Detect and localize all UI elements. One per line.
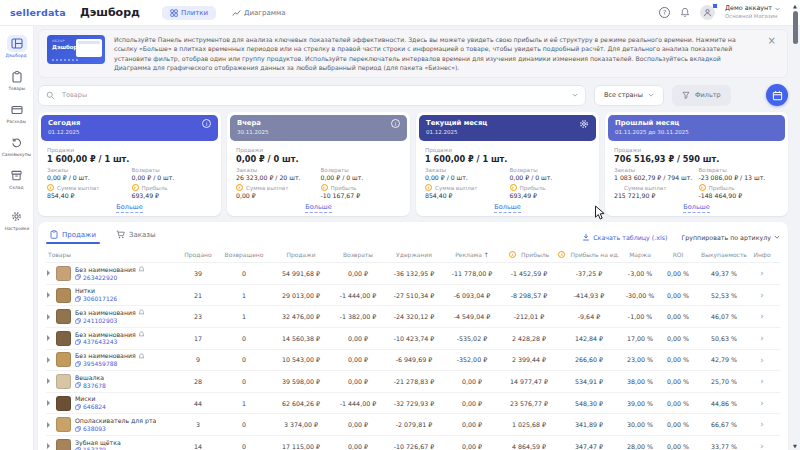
expand-caret-icon[interactable] xyxy=(47,270,50,276)
expand-caret-icon[interactable] xyxy=(47,443,50,449)
more-link[interactable]: Больше xyxy=(425,203,590,211)
table-row[interactable]: Без наименования 241102903 23 1 32 476,0… xyxy=(46,306,780,328)
country-select[interactable]: Все страны xyxy=(594,85,664,106)
sku-link[interactable]: 263422920 xyxy=(75,274,145,282)
col-profit-per-unit[interactable]: iПрибыль на ед. xyxy=(558,251,620,258)
chevron-down-icon xyxy=(774,235,780,239)
account-menu[interactable]: Демо аккаунт Основной Магазин xyxy=(725,5,780,19)
profit-info-icon[interactable]: i xyxy=(510,184,517,191)
sku-link[interactable]: 837678 xyxy=(75,382,106,390)
col-profit[interactable]: iПрибыль xyxy=(500,251,558,258)
sidebar-item-settings[interactable]: Настройки xyxy=(1,206,33,233)
col-roi[interactable]: ROI xyxy=(660,251,696,258)
col-products[interactable]: Товары xyxy=(46,251,178,258)
expand-caret-icon[interactable] xyxy=(47,357,50,363)
sku-link[interactable]: 241102903 xyxy=(75,317,145,325)
profit-info-icon[interactable]: i xyxy=(132,184,139,191)
scroll-up-icon[interactable]: ▲ xyxy=(793,3,797,9)
help-icon[interactable]: ? xyxy=(659,7,670,18)
profit-info-icon[interactable]: i xyxy=(321,184,328,191)
payout-value: 854,40 ₽ xyxy=(425,192,510,199)
avatar[interactable] xyxy=(700,5,715,20)
col-returns[interactable]: Возвраты xyxy=(332,251,384,258)
row-detail-chevron-icon[interactable]: › xyxy=(752,442,772,450)
table-row[interactable]: Без наименования 395459788 9 0 10 543,00… xyxy=(46,350,780,372)
sidebar-item-buybacks[interactable]: Самовыкупы xyxy=(1,132,33,159)
col-buyout[interactable]: Выкупаемость xyxy=(696,251,752,258)
table-row[interactable]: Без наименования 437643243 17 0 14 560,3… xyxy=(46,328,780,350)
row-detail-chevron-icon[interactable]: › xyxy=(752,356,772,365)
col-returned[interactable]: Возвращено xyxy=(218,251,270,258)
row-detail-chevron-icon[interactable]: › xyxy=(752,420,772,429)
payout-info-icon[interactable]: i xyxy=(236,184,243,191)
expand-caret-icon[interactable] xyxy=(47,422,50,428)
sku-link[interactable]: 306017126 xyxy=(75,295,117,303)
sku-link[interactable]: 638093 xyxy=(75,425,156,433)
card-info-icon[interactable]: i xyxy=(391,119,400,128)
expand-caret-icon[interactable] xyxy=(47,400,50,406)
sku-link[interactable]: 153779 xyxy=(75,446,121,450)
table-row[interactable]: Ополаскиватель для рта 638093 3 0 3 374,… xyxy=(46,414,780,436)
bell-icon[interactable] xyxy=(680,7,690,18)
sidebar-item-dashboard[interactable]: Дэшборд xyxy=(1,33,33,60)
more-link[interactable]: Больше xyxy=(47,203,212,211)
close-icon[interactable]: × xyxy=(765,35,779,47)
card-date: 01.12.2025 xyxy=(426,129,487,135)
expand-caret-icon[interactable] xyxy=(47,378,50,384)
row-detail-chevron-icon[interactable]: › xyxy=(752,377,772,386)
payout-info-icon[interactable]: i xyxy=(425,184,432,191)
table-row[interactable]: Нитки 306017126 21 1 29 013,00 ₽ -1 444,… xyxy=(46,285,780,307)
table-row[interactable]: Вешалка 837678 28 0 39 598,00 ₽ 0,00 ₽ -… xyxy=(46,371,780,393)
expand-caret-icon[interactable] xyxy=(47,335,50,341)
col-sales[interactable]: Продажи xyxy=(270,251,332,258)
col-sold[interactable]: Продано xyxy=(178,251,218,258)
download-xls-link[interactable]: Скачать таблицу (.xls) xyxy=(582,233,667,241)
buyout-value: 66,67 % xyxy=(696,421,752,428)
cart-icon xyxy=(116,230,125,239)
more-link[interactable]: Больше xyxy=(614,203,779,211)
tab-chart[interactable]: Диаграмма xyxy=(224,6,294,20)
product-search[interactable] xyxy=(38,85,586,106)
calendar-button[interactable] xyxy=(766,84,788,106)
roi-value: 0,00 % xyxy=(660,421,696,428)
group-by-select[interactable]: Группировать по артикулу xyxy=(681,234,780,241)
sidebar-item-products[interactable]: Товары xyxy=(1,66,33,93)
profit-info-icon[interactable]: i xyxy=(699,184,706,191)
sku-link[interactable]: 646824 xyxy=(75,403,106,411)
filter-button[interactable]: Фильтр xyxy=(672,85,731,106)
tutorial-thumbnail[interactable]: ОБЗОР Дэшбор xyxy=(47,35,105,64)
table-row[interactable]: Миски 646824 44 1 62 604,26 ₽ -1 444,00 … xyxy=(46,393,780,415)
row-detail-chevron-icon[interactable]: › xyxy=(752,291,772,300)
col-margin[interactable]: Маржа xyxy=(620,251,660,258)
deductions-value: -2 079,81 ₽ xyxy=(384,421,444,428)
row-detail-chevron-icon[interactable]: › xyxy=(752,312,772,321)
expand-caret-icon[interactable] xyxy=(47,292,50,298)
search-input[interactable] xyxy=(60,90,567,100)
tab-tiles[interactable]: Плитки xyxy=(162,6,216,20)
buyout-value: 52,53 % xyxy=(696,292,752,299)
table-row[interactable]: Зубная щётка 153779 14 0 17 115,00 ₽ 0,0… xyxy=(46,436,780,450)
more-link[interactable]: Больше xyxy=(236,203,401,211)
tab-sales[interactable]: Продажи xyxy=(46,230,100,244)
col-deductions[interactable]: Удержания xyxy=(384,251,444,258)
sku-link[interactable]: 437643243 xyxy=(75,338,145,346)
row-detail-chevron-icon[interactable]: › xyxy=(752,269,772,278)
tab-orders[interactable]: Заказы xyxy=(112,230,160,244)
row-detail-chevron-icon[interactable]: › xyxy=(752,334,772,343)
payout-info-icon[interactable]: i xyxy=(47,184,54,191)
expand-caret-icon[interactable] xyxy=(47,314,50,320)
card-gear-icon[interactable] xyxy=(579,119,589,129)
sidebar-item-warehouse[interactable]: Склад xyxy=(1,165,33,192)
card-info-icon[interactable]: i xyxy=(202,119,211,128)
sku-link[interactable]: 395459788 xyxy=(75,360,145,368)
sidebar-item-expenses[interactable]: Расходы xyxy=(1,99,33,126)
scrollbar-thumb[interactable] xyxy=(793,11,798,44)
summary-card: Вчера 30.11.2025 i Продажи 0,00 ₽ / 0 шт… xyxy=(227,112,410,216)
table-row[interactable]: Без наименования 263422920 39 0 54 991,6… xyxy=(46,263,780,285)
scroll-down-icon[interactable]: ▼ xyxy=(793,443,797,449)
col-ads[interactable]: Реклама↑ xyxy=(444,251,500,258)
row-detail-chevron-icon[interactable]: › xyxy=(752,399,772,408)
sold-value: 39 xyxy=(178,270,218,277)
margin-value: 39,00 % xyxy=(620,400,660,407)
vertical-scrollbar[interactable]: ▲ ▼ xyxy=(791,3,799,449)
